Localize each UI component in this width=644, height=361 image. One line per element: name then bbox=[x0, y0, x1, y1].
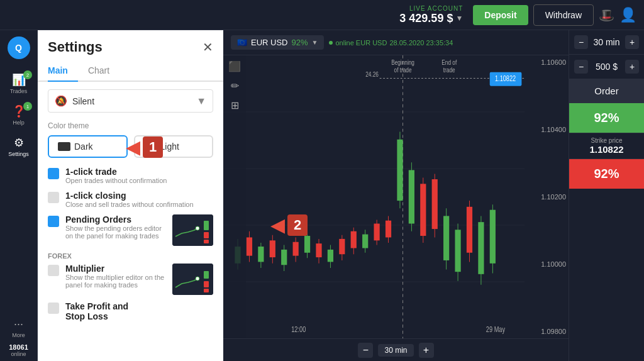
sidebar: Q 📊 Trades 2 ❓ Help 1 ⚙ Settings ··· Mor… bbox=[0, 30, 38, 361]
time-value: 30 min bbox=[593, 37, 619, 47]
theme-light-option[interactable]: Light bbox=[134, 135, 214, 158]
svg-rect-37 bbox=[328, 250, 333, 262]
draw-tool[interactable]: ✏ bbox=[231, 80, 239, 92]
sidebar-item-help[interactable]: ❓ Help 1 bbox=[0, 99, 37, 131]
chart-tools: ⬛ ✏ ⊞ bbox=[223, 55, 246, 338]
svg-rect-3 bbox=[204, 232, 209, 238]
svg-text:of trade: of trade bbox=[394, 66, 412, 74]
one-click-closing-desc: Close and sell trades without confirmati… bbox=[65, 201, 194, 208]
svg-rect-2 bbox=[204, 221, 209, 230]
sidebar-item-more[interactable]: ··· More bbox=[0, 313, 37, 343]
settings-content: 🔕 Silent ▼ Color theme Dark Light ◀ 1 bbox=[38, 82, 223, 335]
zoom-in-button[interactable]: + bbox=[419, 343, 434, 358]
pair-name: EUR USD bbox=[251, 38, 288, 47]
order-button[interactable]: Order bbox=[569, 79, 644, 103]
svg-rect-55 bbox=[432, 179, 438, 229]
amount-value: 500 $ bbox=[596, 62, 618, 72]
sound-selector[interactable]: 🔕 Silent ▼ bbox=[48, 89, 213, 113]
multiplier-thumbnail bbox=[172, 264, 213, 295]
svg-rect-23 bbox=[247, 237, 252, 255]
sidebar-item-trades[interactable]: 📊 Trades 2 bbox=[0, 68, 37, 99]
svg-rect-29 bbox=[281, 250, 287, 265]
pending-orders-text: Pending Orders Show the pending orders e… bbox=[65, 214, 166, 240]
pair-pct: 92% bbox=[292, 38, 308, 47]
down-pct-button[interactable]: 92% bbox=[569, 159, 644, 189]
svg-point-1 bbox=[196, 226, 199, 230]
tab-chart[interactable]: Chart bbox=[78, 60, 119, 81]
one-click-trade-section: 1-click trade Open trades without confir… bbox=[48, 167, 213, 184]
svg-rect-9 bbox=[204, 289, 209, 292]
pair-selector[interactable]: 🇪🇺 EUR USD 92% ▼ bbox=[231, 35, 324, 50]
up-pct-button[interactable]: 92% bbox=[569, 103, 644, 133]
svg-rect-10 bbox=[223, 55, 525, 338]
svg-text:Beginning: Beginning bbox=[391, 58, 414, 65]
user-icon[interactable]: 👤 bbox=[619, 7, 636, 23]
svg-text:24.26: 24.26 bbox=[365, 70, 379, 78]
one-click-trade-title: 1-click trade bbox=[65, 167, 167, 177]
candles-tool[interactable]: ⬛ bbox=[228, 60, 241, 72]
chart-topbar: 🇪🇺 EUR USD 92% ▼ online EUR USD 28.05.20… bbox=[223, 30, 569, 55]
deposit-button[interactable]: Deposit bbox=[473, 5, 528, 25]
zoom-out-button[interactable]: − bbox=[358, 343, 373, 358]
amount-row: − 500 $ + bbox=[569, 55, 644, 79]
chart-main: 1.10600 1.10400 1.10200 1.10000 1.09800 bbox=[223, 55, 569, 338]
one-click-closing-checkbox[interactable] bbox=[48, 192, 59, 203]
stop-loss-title: Stop Loss bbox=[65, 311, 128, 321]
amount-decrease-button[interactable]: − bbox=[574, 60, 588, 74]
svg-rect-63 bbox=[478, 222, 484, 274]
multiplier-checkbox[interactable] bbox=[48, 265, 59, 276]
withdraw-button[interactable]: Withdraw bbox=[533, 4, 594, 26]
theme-dark-option[interactable]: Dark bbox=[48, 135, 128, 158]
svg-rect-39 bbox=[339, 239, 345, 254]
svg-rect-49 bbox=[397, 140, 402, 201]
svg-rect-31 bbox=[293, 242, 299, 256]
svg-rect-61 bbox=[467, 207, 472, 253]
one-click-closing-title: 1-click closing bbox=[65, 191, 194, 201]
live-account-label: LIVE ACCOUNT bbox=[409, 5, 463, 12]
strike-price-display: Strike price 1.10822 bbox=[569, 133, 644, 159]
online-info: online EUR USD 28.05.2020 23:35:34 bbox=[329, 39, 453, 47]
color-theme-options: Dark Light bbox=[48, 135, 213, 158]
svg-rect-35 bbox=[316, 243, 321, 257]
color-theme-label: Color theme bbox=[48, 121, 213, 130]
svg-rect-8 bbox=[204, 281, 209, 287]
logo: Q bbox=[8, 36, 30, 59]
one-click-trade-text: 1-click trade Open trades without confir… bbox=[65, 167, 167, 184]
multiplier-text: Multiplier Show the multiplier editor on… bbox=[65, 264, 166, 289]
timeframe-label: 30 min bbox=[378, 344, 413, 357]
svg-text:1.10822: 1.10822 bbox=[495, 74, 516, 83]
settings-header: Settings ✕ bbox=[38, 30, 223, 60]
settings-icon: ⚙ bbox=[14, 136, 24, 150]
sound-icon: 🔕 bbox=[55, 95, 67, 107]
take-profit-title: Take Profit and bbox=[65, 301, 128, 311]
svg-rect-25 bbox=[258, 247, 264, 262]
svg-rect-65 bbox=[490, 210, 496, 264]
price-labels: 1.10600 1.10400 1.10200 1.10000 1.09800 bbox=[525, 55, 569, 338]
amount-increase-button[interactable]: + bbox=[625, 60, 639, 74]
more-icon: ··· bbox=[14, 318, 23, 331]
time-increase-button[interactable]: + bbox=[625, 35, 639, 49]
help-badge: 1 bbox=[23, 102, 32, 111]
multiplier-section: Multiplier Show the multiplier editor on… bbox=[48, 264, 213, 295]
dark-theme-icon bbox=[58, 142, 70, 151]
pending-orders-thumbnail bbox=[172, 214, 213, 246]
layout-tool[interactable]: ⊞ bbox=[231, 99, 239, 111]
one-click-closing-text: 1-click closing Close and sell trades wi… bbox=[65, 191, 194, 208]
svg-text:12:00: 12:00 bbox=[291, 325, 306, 334]
take-profit-checkbox[interactable] bbox=[48, 303, 59, 314]
hat-icon: 🎩 bbox=[599, 8, 614, 23]
svg-rect-53 bbox=[420, 184, 426, 236]
svg-rect-33 bbox=[304, 236, 310, 253]
pair-flag: 🇪🇺 bbox=[237, 38, 247, 47]
svg-rect-41 bbox=[351, 231, 357, 248]
pending-orders-desc: Show the pending orders editor on the pa… bbox=[65, 225, 166, 240]
settings-title: Settings bbox=[48, 39, 103, 55]
svg-rect-45 bbox=[374, 224, 380, 241]
time-decrease-button[interactable]: − bbox=[574, 35, 588, 49]
online-count: 18061 online bbox=[9, 343, 28, 361]
tab-main[interactable]: Main bbox=[48, 60, 78, 82]
sidebar-item-settings[interactable]: ⚙ Settings bbox=[0, 131, 37, 162]
one-click-trade-checkbox[interactable] bbox=[48, 168, 59, 179]
pending-orders-checkbox[interactable] bbox=[48, 216, 59, 227]
settings-close-button[interactable]: ✕ bbox=[203, 40, 213, 55]
